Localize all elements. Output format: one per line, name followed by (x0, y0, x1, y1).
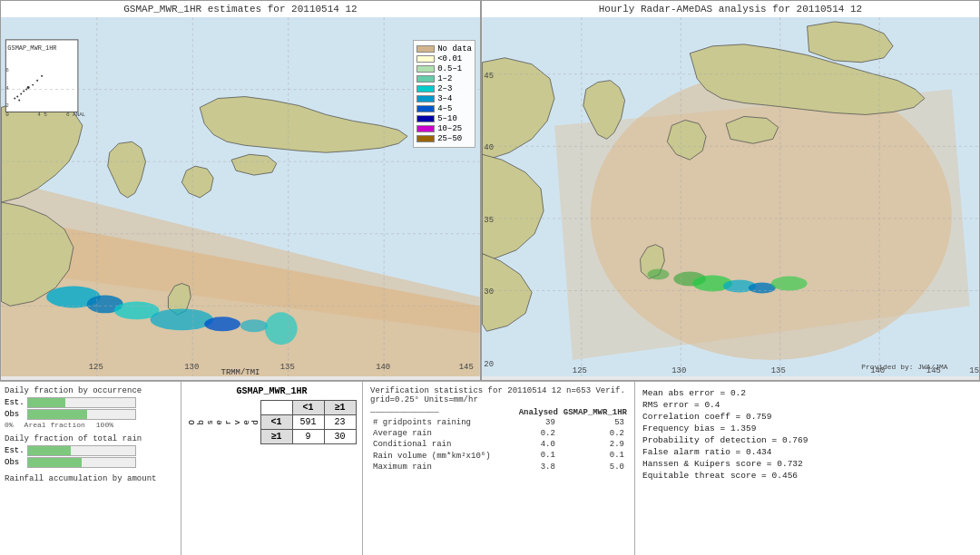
legend-color-45 (416, 105, 435, 112)
obs-label2: Obs (5, 458, 27, 467)
metric-row: Mean abs error = 0.2 (642, 388, 837, 398)
contingency-cell11: 591 (292, 415, 324, 430)
svg-point-10 (265, 312, 298, 345)
svg-point-8 (204, 316, 240, 331)
obs-bar-fill2 (28, 458, 82, 467)
contingency-row2-label: ≥1 (260, 430, 292, 444)
stats-table: —————————————— Analysed GSMAP_MWR_1HR # … (370, 408, 627, 472)
legend-item-45: 4–5 (416, 104, 472, 113)
svg-text:40: 40 (484, 143, 494, 152)
obs-bar-row2: Obs (5, 457, 176, 468)
occurrence-chart-section: Daily fraction by occurrence Est. Obs 0%… (5, 386, 176, 429)
legend-color-23 (416, 85, 435, 92)
top-maps-row: GSMAP_MWR_1HR estimates for 20110514 12 (0, 0, 980, 381)
stats-cell-gsmap: 2.9 (558, 439, 627, 450)
verification-stats-section: Verification statistics for 20110514 12 … (363, 382, 635, 555)
metrics-list: Mean abs error = 0.2RMS error = 0.4Corre… (642, 388, 837, 481)
svg-text:6 ANAL: 6 ANAL (66, 112, 86, 118)
contingency-header-row: <1 ≥1 (260, 401, 356, 415)
stats-tbody: # gridpoints raining 39 53 Average rain … (370, 417, 627, 472)
total-rain-chart-section: Daily fraction of total rain Est. Obs (5, 434, 176, 469)
stats-header-row: —————————————— Analysed GSMAP_MWR_1HR (370, 408, 627, 417)
svg-text:130: 130 (671, 366, 686, 375)
svg-text:20: 20 (484, 360, 494, 369)
contingency-header-col1: <1 (292, 401, 324, 415)
obs-bar-row: Obs (5, 409, 176, 420)
contingency-cell21: 9 (292, 430, 324, 444)
legend-label-12: 1–2 (437, 74, 452, 83)
legend-label-051: 0.5–1 (437, 64, 462, 73)
est-bar-row: Est. (5, 397, 176, 408)
contingency-header-col2: ≥1 (324, 401, 356, 415)
legend-label-34: 3–4 (437, 94, 452, 103)
stats-cell-analysed: 0.1 (515, 450, 558, 462)
stats-cell-gsmap: 53 (558, 417, 627, 428)
metric-row: Correlation coeff = 0.759 (642, 412, 837, 422)
svg-text:6: 6 (5, 67, 9, 73)
stats-cell-gsmap: 0.2 (558, 428, 627, 439)
est-bar-row2: Est. (5, 445, 176, 456)
contingency-table: <1 ≥1 <1 591 23 ≥1 9 30 (260, 400, 357, 444)
contingency-cell12: 23 (324, 415, 356, 430)
legend-label-nodata: No data (437, 44, 472, 54)
legend-item-1025: 10–25 (416, 124, 472, 133)
svg-text:35: 35 (484, 216, 494, 225)
left-map-title: GSMAP_MWR_1HR estimates for 20110514 12 (1, 1, 480, 17)
right-map-title: Hourly Radar-AMeDAS analysis for 2011051… (482, 1, 979, 17)
est-label: Est. (5, 398, 27, 407)
stats-col-metric: —————————————— (370, 408, 515, 417)
svg-text:4: 4 (5, 85, 9, 92)
svg-text:TRMM/TMI: TRMM/TMI (221, 368, 260, 376)
stats-cell-analysed: 0.2 (515, 428, 558, 439)
legend-color-12 (416, 75, 435, 83)
stats-row: # gridpoints raining 39 53 (370, 417, 627, 428)
left-map-canvas: GSMAP_MWR_1HR 0 4 5 6 ANAL 2 (1, 17, 480, 376)
legend-item-12: 1–2 (416, 74, 472, 83)
legend-item-001: <0.01 (416, 54, 472, 63)
svg-text:140: 140 (376, 363, 390, 372)
svg-text:GSMAP_MWR_1HR: GSMAP_MWR_1HR (7, 44, 56, 52)
svg-point-14 (16, 96, 18, 98)
metric-row: False alarm ratio = 0.434 (642, 447, 837, 457)
contingency-section: GSMAP_MWR_1HR Observed <1 ≥1 <1 591 23 (181, 382, 363, 555)
est-bar-track (27, 397, 136, 408)
rain-amount-section: Rainfall accumulation by amount (5, 474, 176, 485)
stats-cell-analysed: 3.8 (515, 462, 558, 472)
map-legend: No data <0.01 0.5–1 1–2 (413, 40, 475, 148)
metrics-section: Mean abs error = 0.2RMS error = 0.4Corre… (635, 382, 844, 555)
stats-cell-analysed: 39 (515, 417, 558, 428)
right-map-panel: Hourly Radar-AMeDAS analysis for 2011051… (481, 0, 980, 381)
axis-end: 100% (96, 421, 113, 429)
legend-color-1025 (416, 125, 435, 132)
legend-item-2550: 25–50 (416, 134, 472, 143)
svg-text:0: 0 (5, 112, 9, 118)
svg-point-16 (23, 91, 24, 92)
obs-bar-fill (28, 410, 87, 419)
legend-color-051 (416, 65, 435, 73)
contingency-row2: ≥1 9 30 (260, 430, 356, 444)
legend-label-510: 5–10 (437, 114, 457, 123)
left-map-panel: GSMAP_MWR_1HR estimates for 20110514 12 (0, 0, 481, 381)
svg-text:145: 145 (459, 363, 474, 372)
svg-point-18 (27, 86, 30, 89)
axis-start: 0% (5, 421, 14, 429)
svg-point-17 (18, 100, 20, 102)
bottom-panel: Daily fraction by occurrence Est. Obs 0%… (0, 381, 980, 555)
stats-row: Maximum rain 3.8 5.0 (370, 462, 627, 472)
svg-point-19 (32, 84, 34, 86)
svg-point-13 (14, 98, 15, 100)
legend-color-nodata (416, 45, 435, 53)
contingency-title: GSMAP_MWR_1HR (236, 386, 307, 396)
contingency-row1: <1 591 23 (260, 415, 356, 430)
total-rain-chart-title: Daily fraction of total rain (5, 434, 176, 443)
svg-text:130: 130 (184, 363, 199, 372)
svg-point-51 (647, 269, 669, 280)
left-map-svg: GSMAP_MWR_1HR 0 4 5 6 ANAL 2 (1, 17, 480, 376)
stats-cell-gsmap: 0.1 (558, 450, 627, 462)
svg-point-50 (771, 277, 808, 291)
est-bar-fill (28, 398, 65, 407)
stats-cell-label: Conditional rain (370, 439, 515, 450)
metric-row: RMS error = 0.4 (642, 400, 837, 410)
metric-row: Equitable threat score = 0.456 (642, 471, 837, 481)
svg-text:Provided by: JWA/JMA: Provided by: JWA/JMA (861, 363, 948, 371)
